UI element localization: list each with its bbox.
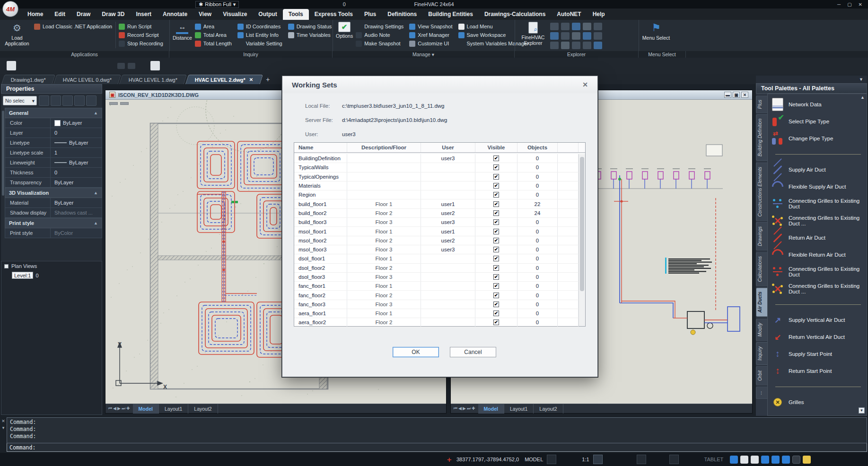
view-snapshot-item[interactable]: View Snapshot: [409, 23, 452, 30]
list-entity-info-item[interactable]: List Entity Info: [237, 31, 282, 39]
doc-arrows-icon[interactable]: [138, 61, 148, 70]
visible-checkbox[interactable]: ✔: [493, 219, 499, 225]
finehvac-explorer-button[interactable]: ⌕ FineHVAC Explorer: [518, 22, 548, 49]
customize-ui-item[interactable]: Customize UI: [409, 40, 452, 47]
visible-checkbox[interactable]: ✔: [493, 302, 499, 307]
palette-tab[interactable]: Orbit: [756, 366, 767, 385]
palette-tab[interactable]: ...: [756, 387, 767, 399]
ribbon-tab[interactable]: Annotate: [157, 9, 193, 20]
close-icon[interactable]: ✕: [582, 81, 588, 88]
palette-tab[interactable]: Plus: [756, 95, 767, 113]
layout-tab[interactable]: Layout2: [188, 404, 218, 414]
globe-icon[interactable]: [176, 1, 183, 8]
sphere-gray-icon[interactable]: [159, 1, 166, 8]
palette-tab[interactable]: Building Definition: [756, 114, 767, 161]
properties-title[interactable]: Properties: [1, 84, 102, 94]
group-label-inquiry[interactable]: Inquiry: [169, 51, 333, 58]
check-icon[interactable]: [19, 61, 28, 70]
palette-tool[interactable]: [771, 380, 866, 394]
redo-icon[interactable]: [125, 1, 132, 8]
supply-air-duct-item[interactable]: Supply Air Duct: [771, 161, 866, 178]
TypicalOpenings[interactable]: TypicalOpenings ✔ 0: [294, 173, 579, 181]
line-gray-icon[interactable]: [44, 61, 53, 70]
line-dotted-icon[interactable]: [80, 61, 90, 70]
visible-checkbox[interactable]: ✔: [493, 319, 499, 325]
tab-scroll-arrow[interactable]: ⏭: [467, 406, 471, 411]
globe-search-icon[interactable]: [583, 32, 591, 40]
close-tab-icon[interactable]: ✕: [249, 77, 253, 82]
ribbon-tab[interactable]: Drawings-Calculations: [479, 9, 551, 20]
ribbon-tab[interactable]: Home: [22, 9, 49, 20]
dialog-titlebar[interactable]: Working Sets ✕: [282, 76, 597, 93]
time-variables-item[interactable]: Time Variables: [288, 31, 332, 39]
supply-vertical-air-duct-item[interactable]: ↗ Supply Vertical Air Duct: [771, 311, 866, 328]
tab-scroll-arrow[interactable]: ⏭: [122, 406, 125, 411]
sync-diamond-icon[interactable]: [142, 1, 149, 8]
scroll-down-icon[interactable]: ▼: [859, 407, 865, 414]
scroll-up-icon[interactable]: ▲: [860, 95, 865, 100]
snap-cross-icon[interactable]: [547, 455, 556, 464]
tab-scroll-arrow[interactable]: ◀: [113, 406, 116, 411]
cascade-icon[interactable]: [782, 456, 790, 464]
total-length-item[interactable]: Total Length: [195, 40, 232, 47]
menu-select-button[interactable]: ⚑ Menu Select: [642, 22, 670, 49]
visible-checkbox[interactable]: ✔: [493, 164, 499, 170]
doc-grid-icon[interactable]: [316, 1, 324, 8]
property-row[interactable]: Color ByLayer: [5, 118, 102, 128]
new-bld-icon[interactable]: [57, 1, 64, 8]
palette-tool[interactable]: [771, 297, 866, 311]
document-tab[interactable]: Drawing1.dwg* ✕: [1, 75, 55, 84]
building-icon[interactable]: [550, 23, 559, 30]
gear-yellow-icon[interactable]: [308, 1, 315, 8]
section-3d-visualization[interactable]: 3D Visualization▲: [5, 188, 102, 198]
property-row[interactable]: Transparency ByLayer: [5, 178, 102, 188]
palette-tab[interactable]: Drawings: [756, 222, 767, 250]
autosnap-marker-icon[interactable]: [558, 455, 567, 464]
layout-tab[interactable]: Layout1: [159, 404, 188, 414]
property-row[interactable]: Linetype scale 1: [5, 148, 102, 158]
flexible-return-air-duct-item[interactable]: Flexible Return Air Duct: [771, 246, 866, 263]
coordinates-readout[interactable]: 38377.1797,-37894.4752,0: [455, 457, 521, 462]
make-snapshot-item[interactable]: Make Snapshot: [356, 40, 403, 47]
otrack-icon[interactable]: [604, 455, 614, 464]
4m-logo-icon[interactable]: 4M: [2, 1, 18, 17]
network-data-item[interactable]: Network Data: [771, 96, 866, 113]
flag-icon[interactable]: [105, 61, 114, 70]
tab-scroll-arrow[interactable]: ▶: [463, 406, 466, 411]
property-row[interactable]: Linetype ByLayer: [5, 138, 102, 148]
camera-icon[interactable]: [128, 63, 135, 69]
line-blue-icon[interactable]: [31, 61, 41, 70]
minimize-icon[interactable]: ▬: [724, 92, 731, 98]
close-icon[interactable]: ✕: [741, 92, 748, 98]
options-button[interactable]: ✔ Options: [336, 22, 353, 49]
visible-checkbox[interactable]: ✔: [493, 229, 499, 234]
layout-tab[interactable]: Layout2: [534, 404, 563, 414]
close-command-icon[interactable]: ✕: [1, 419, 5, 423]
connecting-grilles-return-item[interactable]: Connecting Grilles to Existing Duct: [771, 263, 866, 280]
ribbon-tab[interactable]: Output: [253, 9, 282, 20]
tool-palettes-title[interactable]: Tool Palettes - All Palettes: [756, 83, 867, 94]
area-item[interactable]: Area: [195, 23, 232, 30]
palette-tab[interactable]: Air Ducts: [756, 287, 767, 317]
visible-checkbox[interactable]: ✔: [493, 174, 499, 180]
polar-tracking-icon[interactable]: [569, 455, 578, 464]
collaborate-icon[interactable]: [740, 456, 748, 464]
command-input[interactable]: Command:: [7, 443, 867, 452]
section-print-style[interactable]: Print style▲: [5, 218, 102, 228]
change-pipe-type-item[interactable]: Change Pipe Type: [771, 130, 866, 147]
bulb-icon[interactable]: [299, 1, 307, 8]
connecting-grilles-return-alt-item[interactable]: Connecting Grilles to Existing Duct ...: [771, 280, 866, 297]
select-objects-icon[interactable]: [51, 95, 61, 106]
palette-icon[interactable]: [550, 32, 559, 40]
document-tab[interactable]: HVAC LEVEL 0.dwg* ✕: [53, 75, 122, 84]
layout-tab[interactable]: Model: [133, 404, 159, 414]
fanc_floor1[interactable]: fanc_floor1 Floor 1 ✔ 0: [294, 282, 579, 291]
Region[interactable]: Region ✔ 0: [294, 190, 579, 199]
line-red-icon[interactable]: [56, 61, 65, 70]
contrast-icon[interactable]: [792, 456, 800, 464]
pickadd-icon[interactable]: [74, 95, 85, 106]
build_floor3[interactable]: build_floor3 Floor 3 user3 ✔ 0: [294, 218, 579, 227]
palette-tab[interactable]: Calculations: [756, 252, 767, 286]
visible-checkbox[interactable]: ✔: [493, 201, 499, 207]
sphere-blue-icon[interactable]: [184, 1, 192, 8]
